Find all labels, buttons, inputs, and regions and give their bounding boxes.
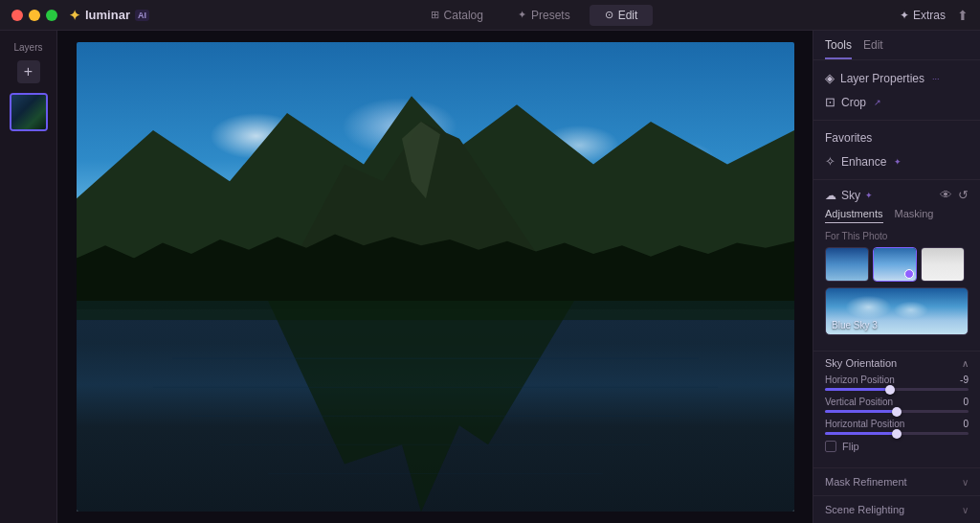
sky-thumb-1[interactable] xyxy=(825,247,869,282)
tab-edit[interactable]: ⊙ Edit xyxy=(590,5,654,26)
sky-orientation-title: Sky Orientation xyxy=(825,357,897,369)
app-name: luminar xyxy=(85,8,130,22)
sky-title-group: ☁ Sky ✦ xyxy=(825,189,873,202)
horizon-position-thumb[interactable] xyxy=(885,385,895,395)
flip-checkbox[interactable] xyxy=(825,441,836,452)
nav-tabs: ⊞ Catalog ✦ Presets ⊙ Edit xyxy=(168,5,900,26)
horizon-label-row: Horizon Position -9 xyxy=(825,375,969,385)
tab-presets-label: Presets xyxy=(531,9,570,22)
layers-label: Layers xyxy=(13,42,42,53)
sky-selected-label: Blue Sky 3 xyxy=(832,320,878,330)
vertical-position-fill xyxy=(825,410,897,413)
plus-icon: + xyxy=(24,63,33,80)
edit-icon: ⊙ xyxy=(605,9,613,21)
favorites-section: Favorites ✧ Enhance ✦ xyxy=(813,121,980,180)
adjustments-tab[interactable]: Adjustments xyxy=(825,208,883,223)
logo-star-icon: ✦ xyxy=(69,8,80,23)
sky-thumb-3-image xyxy=(922,248,964,281)
horizontal-position-fill xyxy=(825,432,897,435)
sky-orientation-section: Sky Orientation ∧ Horizon Position -9 Ve… xyxy=(813,351,980,467)
app-badge: AI xyxy=(135,10,149,21)
vertical-position-thumb[interactable] xyxy=(892,407,902,417)
vertical-position-slider[interactable] xyxy=(825,410,969,413)
horizon-position-slider[interactable] xyxy=(825,388,969,391)
add-layer-button[interactable]: + xyxy=(17,60,40,83)
enhance-icon: ✧ xyxy=(825,154,835,169)
sky-section: ☁ Sky ✦ 👁 ↺ Adjustments Masking For This… xyxy=(813,180,980,351)
scene-relighting-section[interactable]: Scene Relighting ∨ xyxy=(813,495,980,523)
tool-section: ◈ Layer Properties ··· ⊡ Crop ↗ xyxy=(813,60,980,121)
horizon-position-value: -9 xyxy=(960,375,969,385)
vertical-position-row: Vertical Position 0 xyxy=(825,397,969,413)
adj-mask-tabs: Adjustments Masking xyxy=(825,208,969,223)
sky-thumb-2[interactable] xyxy=(873,247,917,282)
main-image xyxy=(77,42,794,512)
favorites-label: Favorites xyxy=(825,131,872,145)
sky-thumb-3[interactable] xyxy=(921,247,965,282)
tab-catalog[interactable]: ⊞ Catalog xyxy=(415,5,499,26)
sky-header: ☁ Sky ✦ 👁 ↺ xyxy=(825,188,969,202)
presets-icon: ✦ xyxy=(518,9,526,21)
vertical-position-value: 0 xyxy=(963,397,969,407)
crop-badge: ↗ xyxy=(874,98,881,107)
tools-tab-label: Tools xyxy=(825,38,852,52)
sky-label: Sky xyxy=(841,189,860,202)
left-sidebar: Layers + xyxy=(0,31,57,523)
horizontal-position-slider[interactable] xyxy=(825,432,969,435)
sky-cloud-icon: ☁ xyxy=(825,189,836,202)
flip-row: Flip xyxy=(825,441,969,452)
sky-reset-button[interactable]: ↺ xyxy=(958,188,969,202)
tab-edit-panel[interactable]: Edit xyxy=(863,38,883,59)
masking-tab[interactable]: Masking xyxy=(895,208,934,223)
edit-tab-label: Edit xyxy=(863,38,883,52)
tab-presets[interactable]: ✦ Presets xyxy=(502,5,586,26)
extras-button[interactable]: ✦ Extras xyxy=(900,9,946,22)
sky-selected-preview[interactable]: Blue Sky 3 xyxy=(825,287,969,335)
tab-tools[interactable]: Tools xyxy=(825,38,852,59)
mask-refinement-section[interactable]: Mask Refinement ∨ xyxy=(813,467,980,495)
extras-label: Extras xyxy=(913,9,946,22)
catalog-icon: ⊞ xyxy=(431,9,439,21)
layer-thumbnail-image xyxy=(11,95,46,129)
horizontal-position-value: 0 xyxy=(963,419,969,429)
extras-star-icon: ✦ xyxy=(900,9,909,22)
crop-tool[interactable]: ⊡ Crop ↗ xyxy=(825,90,969,114)
right-panel: Tools Edit ◈ Layer Properties ··· ⊡ Crop… xyxy=(813,31,980,523)
layer-properties-icon: ◈ xyxy=(825,71,835,85)
close-button[interactable] xyxy=(11,10,23,21)
mountain-illustration xyxy=(77,42,794,309)
enhance-tool[interactable]: ✧ Enhance ✦ xyxy=(825,149,969,173)
horizon-position-fill xyxy=(825,388,890,391)
layer-properties-label: Layer Properties xyxy=(840,72,924,85)
sky-visibility-button[interactable]: 👁 xyxy=(940,188,952,202)
horizontal-position-row: Horizontal Position 0 xyxy=(825,419,969,435)
tab-catalog-label: Catalog xyxy=(444,9,483,22)
favorites-item[interactable]: Favorites xyxy=(825,126,969,149)
sky-orientation-header[interactable]: Sky Orientation ∧ xyxy=(825,352,969,375)
sky-badge: ✦ xyxy=(865,191,873,200)
tab-edit-label: Edit xyxy=(618,9,638,22)
svg-rect-6 xyxy=(77,301,794,320)
sky-selected-indicator xyxy=(904,269,914,279)
main-content: Layers + xyxy=(0,31,980,523)
vertical-position-label: Vertical Position xyxy=(825,397,893,407)
horizontal-position-label: Horizontal Position xyxy=(825,419,904,429)
horizontal-position-thumb[interactable] xyxy=(892,429,902,439)
horizontal-label-row: Horizontal Position 0 xyxy=(825,419,969,429)
crop-icon: ⊡ xyxy=(825,95,835,109)
scene-relighting-chevron-icon: ∨ xyxy=(962,505,969,515)
sky-orientation-chevron-icon: ∧ xyxy=(962,358,969,369)
minimize-button[interactable] xyxy=(29,10,40,21)
svg-marker-5 xyxy=(268,301,574,512)
horizon-position-label: Horizon Position xyxy=(825,375,895,385)
maximize-button[interactable] xyxy=(46,10,57,21)
mask-refinement-chevron-icon: ∨ xyxy=(962,477,969,488)
traffic-lights xyxy=(11,10,57,21)
layer-properties-tool[interactable]: ◈ Layer Properties ··· xyxy=(825,66,969,90)
canvas-area[interactable] xyxy=(57,31,813,523)
scene-relighting-title: Scene Relighting xyxy=(825,504,904,515)
titlebar: ✦ luminar AI ⊞ Catalog ✦ Presets ⊙ Edit … xyxy=(0,0,980,31)
share-button[interactable]: ⬆ xyxy=(957,8,969,23)
layer-thumbnail[interactable] xyxy=(10,93,48,131)
flip-label: Flip xyxy=(842,441,859,452)
